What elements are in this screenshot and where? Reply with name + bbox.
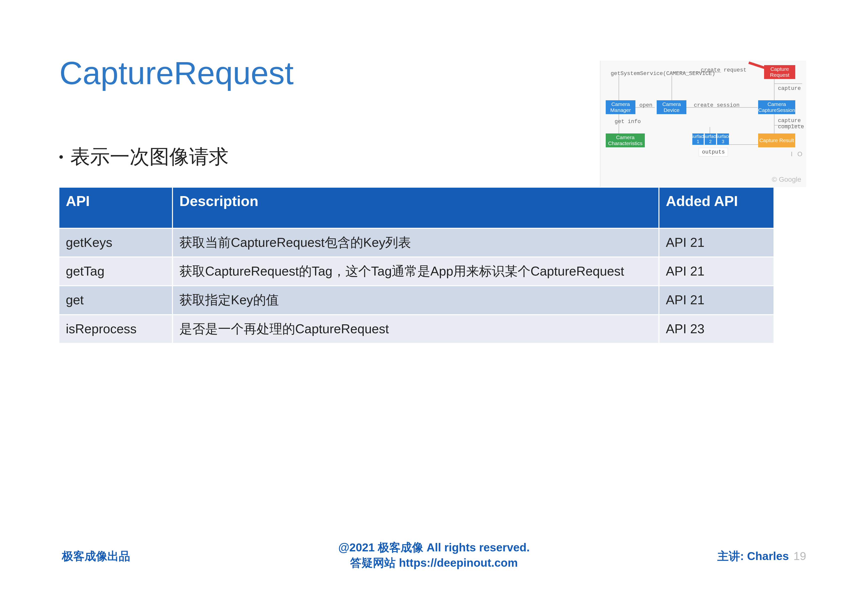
box-surface-3: Surface 3 — [717, 134, 729, 145]
cell-api: get — [59, 286, 172, 314]
footer-speaker: 主讲: Charles — [717, 550, 789, 563]
box-camera-device: Camera Device — [657, 100, 687, 114]
diagram-createreq-label: create request — [701, 67, 747, 73]
table-row: get 获取指定Key的值 API 21 — [59, 286, 774, 314]
cell-api: isReprocess — [59, 315, 172, 344]
th-desc: Description — [172, 188, 659, 228]
bullet-text: 表示一次图像请求 — [70, 144, 229, 170]
table-row: getKeys 获取当前CaptureRequest包含的Key列表 API 2… — [59, 228, 774, 257]
box-surface-2: Surface 2 — [705, 134, 716, 145]
footer-left: 极客成像出品 — [62, 549, 130, 564]
box-camera-capturesession: Camera CaptureSession — [758, 100, 795, 114]
diagram-open-label: open — [639, 102, 653, 109]
api-table: API Description Added API getKeys 获取当前Ca… — [59, 188, 775, 344]
google-credit: © Google — [772, 176, 801, 183]
diagram-createsess-label: create session — [694, 102, 739, 109]
page-number: 19 — [794, 550, 806, 563]
diagram-capture-label: capture — [778, 85, 801, 92]
cell-desc: 获取CaptureRequest的Tag，这个Tag通常是App用来标识某个Ca… — [172, 257, 659, 286]
footer-center-2: 答疑网站 https://deepinout.com — [338, 555, 530, 570]
cell-api: getKeys — [59, 228, 172, 257]
cell-added: API 21 — [659, 286, 774, 314]
architecture-diagram: getSystemService(CAMERA_SERVICE) open ge… — [600, 61, 806, 187]
th-added: Added API — [659, 188, 774, 228]
io-icon: I O — [791, 150, 804, 158]
cell-desc: 是否是一个再处理的CaptureRequest — [172, 315, 659, 344]
cell-added: API 21 — [659, 228, 774, 257]
footer-right: 主讲: Charles 19 — [717, 549, 806, 564]
box-surface-1: Surface 1 — [692, 134, 704, 145]
footer-center-1: @2021 极客成像 All rights reserved. — [338, 540, 530, 555]
box-camera-characteristics: Camera Characteristics — [606, 134, 645, 147]
cell-added: API 23 — [659, 315, 774, 344]
box-capture-result: Capture Result — [758, 134, 795, 147]
footer-center: @2021 极客成像 All rights reserved. 答疑网站 htt… — [338, 540, 530, 570]
diagram-outputs-label: outputs — [699, 148, 728, 157]
table-row: isReprocess 是否是一个再处理的CaptureRequest API … — [59, 315, 774, 344]
diagram-getinfo-label: get info — [615, 118, 641, 125]
cell-desc: 获取当前CaptureRequest包含的Key列表 — [172, 228, 659, 257]
diagram-call-label: getSystemService(CAMERA_SERVICE) — [611, 71, 715, 77]
cell-api: getTag — [59, 257, 172, 286]
th-api: API — [59, 188, 172, 228]
table-row: getTag 获取CaptureRequest的Tag，这个Tag通常是App用… — [59, 257, 774, 286]
cell-added: API 21 — [659, 257, 774, 286]
cell-desc: 获取指定Key的值 — [172, 286, 659, 314]
diagram-capcomplete-label: capture complete — [778, 118, 805, 130]
bullet-dot-icon — [59, 155, 63, 159]
box-capture-request: Capture Request — [764, 65, 795, 79]
box-camera-manager: Camera Manager — [606, 100, 636, 114]
